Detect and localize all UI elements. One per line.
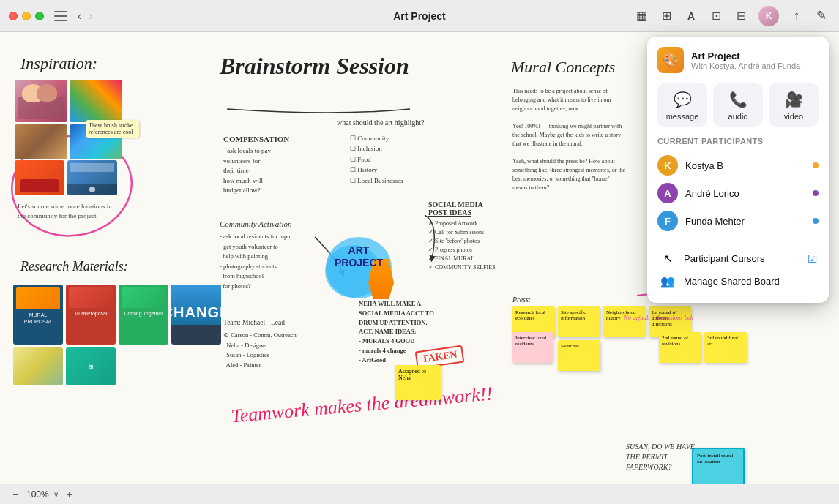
avatar-andre: A <box>657 183 678 203</box>
message-label: message <box>666 112 699 121</box>
text-icon[interactable]: A <box>684 9 698 23</box>
popup-actions: 💬 message 📞 audio 🎥 video <box>657 83 819 127</box>
sidebar-toggle-icon[interactable] <box>54 11 67 21</box>
change-label: CHANGE <box>171 304 221 321</box>
audio-button[interactable]: 📞 audio <box>713 83 763 127</box>
manage-board-label: Manage Shared Board <box>684 276 780 287</box>
participant-cursors-label: Participant Cursors <box>684 253 765 264</box>
divider1 <box>657 241 819 241</box>
zoom-level-display: 100% <box>26 489 49 500</box>
photo-mural-ref <box>67 160 117 195</box>
brainstorm-title: Brainstorm Session <box>220 53 409 80</box>
indicator-andre <box>813 190 819 196</box>
art-project-bubble: ART PROJECT <box>322 231 395 301</box>
mural-concepts-title: Mural Concepts <box>511 58 615 77</box>
indicator-kostya <box>813 162 819 168</box>
sticky-assigned-neha: Assigned to Neha <box>395 365 441 400</box>
photo-art1 <box>70 80 122 122</box>
forward-button[interactable]: › <box>86 8 95 24</box>
cursors-checkbox: ☑ <box>808 252 817 266</box>
site-ref: ⊞ <box>66 347 116 385</box>
video-icon: 🎥 <box>785 91 803 108</box>
compensation-section: COMPENSATION - ask locals to payvoluntee… <box>223 135 289 196</box>
social-media-section: SOCIAL MEDIAPOST IDEAS ✓ Proposed Artwor… <box>428 200 496 272</box>
folder-icon[interactable]: ⊟ <box>734 9 748 23</box>
manage-board-icon: 👥 <box>659 274 676 288</box>
sticky-site: Site specific information <box>558 306 600 337</box>
manage-board-row[interactable]: 👥 Manage Shared Board <box>657 270 819 293</box>
traffic-lights <box>0 12 44 20</box>
bottombar: − 100% ∨ + <box>0 484 839 504</box>
map-image <box>13 347 63 385</box>
photo-car <box>15 160 64 195</box>
audio-icon: 📞 <box>729 91 747 108</box>
teamwork-text: Teamwork makes the dreamwork!! <box>230 383 493 427</box>
participant-row-kostya: K Kostya B <box>657 151 819 179</box>
sticky-sketches: Sketches <box>558 340 600 371</box>
titlebar: ‹ › Art Project ▦ ⊞ A ⊡ ⊟ K ↑ ✎ <box>0 0 839 32</box>
mural-text-block: This needs to be a project about sense o… <box>512 87 626 192</box>
highlight-question: what should the art highlight? <box>337 119 424 127</box>
media-icon[interactable]: ⊡ <box>709 9 723 23</box>
zoom-out-button[interactable]: − <box>9 488 22 501</box>
inspiration-images: These brush stroke references are cool <box>15 80 135 159</box>
mural-proposal-doc: MURALPROPOSAL <box>13 285 63 345</box>
checklist: ☐ Community ☐ Inclusion ☐ Food ☐ History… <box>350 133 403 186</box>
audio-label: audio <box>728 112 748 121</box>
change-book: CHANGE <box>171 285 221 345</box>
mural-proposal-doc2: MuralProposal <box>66 285 116 345</box>
minimize-button[interactable] <box>22 12 31 20</box>
participant-row-funda: F Funda Mehter <box>657 207 819 235</box>
video-label: video <box>784 112 803 121</box>
name-kostya: Kostya B <box>685 160 723 171</box>
name-funda: Funda Mehter <box>685 216 745 227</box>
participant-row-andre: A André Lorico <box>657 179 819 207</box>
fullscreen-button[interactable] <box>35 12 44 20</box>
popup-info: Art Project With Kostya, André and Funda <box>691 50 800 70</box>
team-section: Team: Michael - Lead ⊙ Carson - Comm. Ou… <box>223 317 297 371</box>
avatar-kostya: K <box>657 155 678 176</box>
popup-panel: 🎨 Art Project With Kostya, André and Fun… <box>647 37 829 303</box>
popup-header: 🎨 Art Project With Kostya, André and Fun… <box>657 47 819 73</box>
research-images: MURALPROPOSAL MuralProposal Coming Toget… <box>13 285 240 385</box>
inspiration-row2 <box>15 160 117 195</box>
participant-cursors-row[interactable]: ↖ Participant Cursors ☑ <box>657 247 819 270</box>
popup-avatar-icon: 🎨 <box>657 47 684 73</box>
popup-title: Art Project <box>691 50 800 61</box>
layers-icon[interactable]: ⊞ <box>659 9 674 23</box>
dimensions-note: No default / dimensions belt <box>624 314 693 321</box>
indicator-funda <box>813 218 819 224</box>
sticky-3rd-round: 3rd round final art <box>704 332 747 363</box>
community-activation: Community Activation - ask local residen… <box>220 219 292 292</box>
avatar-funda: F <box>657 211 678 231</box>
window-title: Art Project <box>393 10 446 22</box>
inspiration-label: Inspiration: <box>20 54 97 73</box>
nav-buttons: ‹ › <box>75 8 96 24</box>
permit-note: SUSAN, DO WE HAVE THE PERMIT PAPERWORK? <box>626 442 699 473</box>
close-button[interactable] <box>9 12 18 20</box>
coming-together-book: Coming Together <box>119 285 168 345</box>
zoom-in-button[interactable]: + <box>63 488 76 501</box>
video-button[interactable]: 🎥 video <box>769 83 819 127</box>
cursor-icon: ↖ <box>659 252 676 266</box>
zoom-caret-icon[interactable]: ∨ <box>53 490 59 498</box>
note-brush: These brush stroke references are cool <box>86 120 139 138</box>
research-label: Research Materials: <box>20 259 128 274</box>
canvas-note: Let's source some more locations in the … <box>18 202 113 220</box>
share-icon[interactable]: ↑ <box>789 9 804 23</box>
popup-subtitle: With Kostya, André and Funda <box>691 61 800 70</box>
user-avatar[interactable]: K <box>758 6 779 26</box>
sticky-2nd-round: 2nd round of revisions <box>659 332 701 363</box>
sticky-neighborhood: Neighborhood history <box>603 306 646 337</box>
name-andre: André Lorico <box>685 188 739 199</box>
view-icon[interactable]: ▦ <box>634 9 649 23</box>
message-icon: 💬 <box>674 91 692 108</box>
sticky-interview: Interview local residents <box>512 332 553 363</box>
message-button[interactable]: 💬 message <box>657 83 707 127</box>
edit-icon[interactable]: ✎ <box>814 9 829 23</box>
sticky-notes-section: Press: Research local ecologies Site spe… <box>512 296 691 374</box>
art-project-text: ART PROJECT <box>328 244 389 269</box>
participants-section-title: Current Participants <box>657 137 819 146</box>
photo-texture <box>15 124 67 159</box>
back-button[interactable]: ‹ <box>75 8 84 24</box>
